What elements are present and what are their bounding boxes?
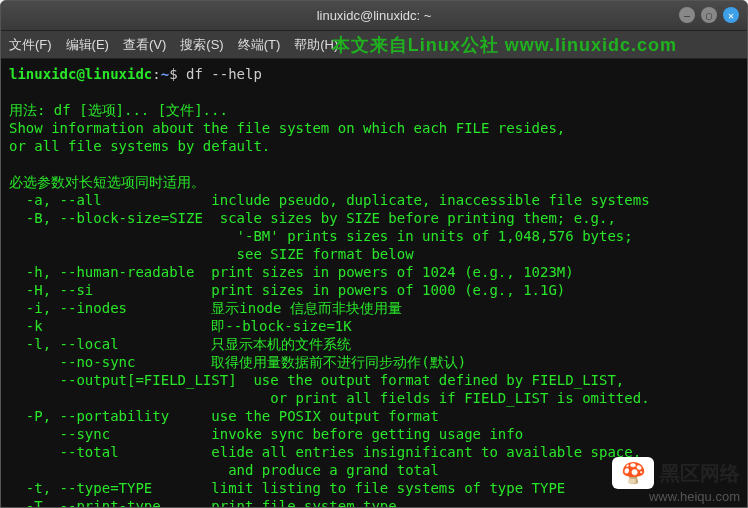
menu-terminal[interactable]: 终端(T)	[238, 36, 281, 54]
prompt-line: linuxidc@linuxidc:~$ df --help	[9, 65, 739, 83]
menu-help[interactable]: 帮助(H)	[294, 36, 338, 54]
menu-search[interactable]: 搜索(S)	[180, 36, 223, 54]
watermark-top: 本文来自Linux公社 www.linuxidc.com	[332, 33, 677, 57]
close-button[interactable]: ✕	[723, 7, 739, 23]
command-text: df --help	[178, 66, 262, 82]
prompt-dollar: $	[169, 66, 177, 82]
terminal-window: linuxidc@linuxidc: ~ – ▢ ✕ 文件(F) 编辑(E) 查…	[0, 0, 748, 508]
menu-file[interactable]: 文件(F)	[9, 36, 52, 54]
prompt-path: ~	[161, 66, 169, 82]
menu-view[interactable]: 查看(V)	[123, 36, 166, 54]
menubar: 文件(F) 编辑(E) 查看(V) 搜索(S) 终端(T) 帮助(H) 本文来自…	[1, 31, 747, 59]
terminal-body[interactable]: linuxidc@linuxidc:~$ df --help 用法: df [选…	[1, 59, 747, 508]
titlebar[interactable]: linuxidc@linuxidc: ~ – ▢ ✕	[1, 1, 747, 31]
minimize-button[interactable]: –	[679, 7, 695, 23]
terminal-output: 用法: df [选项]... [文件]... Show information …	[9, 102, 650, 508]
window-title: linuxidc@linuxidc: ~	[317, 8, 432, 23]
menu-edit[interactable]: 编辑(E)	[66, 36, 109, 54]
prompt-userhost: linuxidc@linuxidc	[9, 66, 152, 82]
maximize-button[interactable]: ▢	[701, 7, 717, 23]
window-controls: – ▢ ✕	[679, 7, 739, 23]
